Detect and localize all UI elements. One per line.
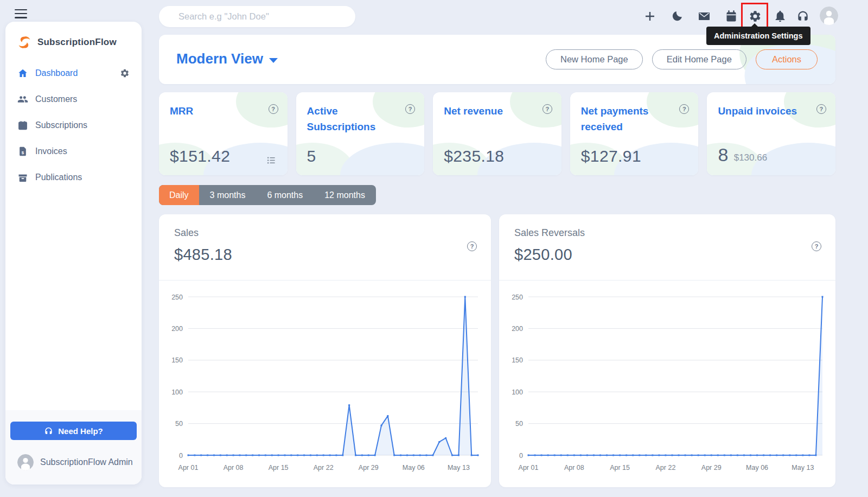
- svg-text:$: $: [22, 150, 24, 155]
- sidebar-item-dashboard[interactable]: Dashboard: [5, 60, 142, 86]
- metric-cards-row: MRR ? $151.42 Active Subscriptions ? 5 N…: [159, 92, 835, 175]
- chart-total: $250.00: [514, 246, 820, 264]
- metric-value: 8: [718, 144, 728, 165]
- metric-title: Net payments received: [581, 103, 667, 135]
- gear-icon[interactable]: [749, 10, 762, 23]
- help-question-icon[interactable]: ?: [467, 241, 477, 251]
- edit-home-page-button[interactable]: Edit Home Page: [652, 49, 746, 69]
- subscriptionflow-logo-icon: [17, 35, 31, 49]
- svg-text:150: 150: [512, 356, 523, 364]
- chart-title: Sales: [174, 227, 476, 239]
- sidebar: SubscriptionFlow Dashboard Customers Sub…: [5, 22, 142, 485]
- svg-text:50: 50: [175, 420, 183, 428]
- invoice-icon: $: [17, 146, 28, 157]
- tab-6-months[interactable]: 6 months: [256, 185, 314, 205]
- mail-icon[interactable]: [698, 10, 711, 23]
- sales-reversals-chart-card: Sales Reversals $250.00 ? 05010015020025…: [499, 214, 835, 487]
- svg-text:0: 0: [179, 452, 183, 460]
- metric-title: Net revenue: [444, 103, 529, 119]
- actions-button[interactable]: Actions: [756, 49, 818, 69]
- user-avatar[interactable]: [820, 7, 838, 25]
- dashboard-settings-icon[interactable]: [120, 68, 130, 78]
- svg-text:Apr 15: Apr 15: [269, 464, 289, 471]
- sidebar-item-publications[interactable]: Publications: [5, 164, 142, 190]
- moon-icon[interactable]: [671, 10, 684, 23]
- help-question-icon[interactable]: ?: [812, 241, 821, 251]
- sales-chart-card: Sales $485.18 ? 050100150200250Apr 01Apr…: [159, 214, 491, 487]
- sidebar-item-label: Subscriptions: [35, 120, 87, 130]
- headset-icon[interactable]: [796, 10, 809, 23]
- admin-avatar: [17, 454, 34, 470]
- metric-sub-value: $130.66: [734, 152, 767, 165]
- svg-text:150: 150: [171, 356, 183, 364]
- sidebar-item-invoices[interactable]: $ Invoices: [5, 138, 142, 164]
- chart-title: Sales Reversals: [514, 227, 820, 239]
- admin-profile[interactable]: SubscriptionFlow Admin: [17, 454, 137, 470]
- svg-text:200: 200: [171, 325, 183, 333]
- svg-text:Apr 08: Apr 08: [564, 464, 584, 471]
- search-input[interactable]: [159, 6, 355, 27]
- svg-text:0: 0: [519, 452, 523, 460]
- brand-name: SubscriptionFlow: [37, 37, 117, 48]
- chevron-down-icon: [269, 58, 278, 63]
- sales-line-chart: 050100150200250Apr 01Apr 08Apr 15Apr 22A…: [159, 283, 491, 485]
- view-selector[interactable]: Modern View: [176, 50, 278, 67]
- sidebar-item-label: Invoices: [35, 146, 67, 156]
- sidebar-item-label: Publications: [35, 173, 82, 182]
- sidebar-item-label: Customers: [35, 94, 77, 104]
- new-home-page-button[interactable]: New Home Page: [546, 49, 643, 69]
- headset-icon: [44, 426, 53, 436]
- chart-total: $485.18: [174, 246, 476, 264]
- hamburger-menu-icon[interactable]: [15, 7, 27, 21]
- help-question-icon[interactable]: ?: [542, 104, 552, 114]
- metric-card-active-subscriptions: Active Subscriptions ? 5: [296, 92, 425, 175]
- help-question-icon[interactable]: ?: [269, 104, 278, 114]
- metric-value: $127.91: [581, 147, 641, 165]
- help-question-icon[interactable]: ?: [816, 104, 826, 114]
- svg-text:200: 200: [512, 325, 523, 333]
- svg-text:100: 100: [171, 388, 183, 396]
- metric-title: Unpaid invoices: [718, 103, 803, 119]
- svg-text:Apr 15: Apr 15: [610, 464, 630, 471]
- svg-text:May 13: May 13: [448, 464, 470, 471]
- svg-text:Apr 08: Apr 08: [224, 464, 244, 471]
- svg-text:50: 50: [515, 420, 523, 428]
- calendar-check-icon: [17, 120, 28, 131]
- page-title: Modern View: [176, 50, 263, 67]
- svg-text:Apr 01: Apr 01: [519, 464, 539, 471]
- metric-value: 5: [307, 147, 316, 165]
- metric-value: $151.42: [170, 147, 230, 165]
- brand[interactable]: SubscriptionFlow: [5, 22, 142, 56]
- sidebar-item-subscriptions[interactable]: Subscriptions: [5, 112, 142, 138]
- sidebar-item-label: Dashboard: [35, 68, 78, 78]
- list-icon[interactable]: [266, 155, 277, 165]
- need-help-label: Need Help?: [58, 426, 103, 436]
- home-icon: [17, 68, 28, 79]
- svg-text:250: 250: [171, 294, 183, 301]
- tab-12-months[interactable]: 12 months: [314, 185, 376, 205]
- metric-card-unpaid-invoices: Unpaid invoices ? 8 $130.66: [707, 92, 835, 175]
- plus-icon[interactable]: [643, 10, 656, 23]
- calendar-icon[interactable]: [725, 10, 738, 23]
- archive-box-icon: [17, 172, 28, 183]
- metric-card-mrr: MRR ? $151.42: [159, 92, 288, 175]
- sales-reversals-line-chart: 050100150200250Apr 01Apr 08Apr 15Apr 22A…: [499, 283, 835, 485]
- svg-text:May 06: May 06: [746, 464, 768, 471]
- tab-3-months[interactable]: 3 months: [199, 185, 257, 205]
- need-help-button[interactable]: Need Help?: [10, 422, 137, 440]
- tab-daily[interactable]: Daily: [159, 185, 199, 205]
- svg-text:Apr 29: Apr 29: [701, 464, 722, 471]
- metric-value: $235.18: [444, 147, 504, 165]
- svg-text:May 13: May 13: [792, 464, 814, 471]
- metric-title: Active Subscriptions: [307, 103, 393, 135]
- metric-title: MRR: [170, 103, 256, 119]
- admin-name: SubscriptionFlow Admin: [40, 457, 133, 467]
- svg-text:100: 100: [512, 388, 523, 396]
- sidebar-item-customers[interactable]: Customers: [5, 86, 142, 112]
- admin-settings-tooltip: Administration Settings: [706, 27, 810, 45]
- svg-text:Apr 01: Apr 01: [178, 464, 199, 471]
- bell-icon[interactable]: [774, 10, 787, 23]
- metric-card-net-payments: Net payments received ? $127.91: [570, 92, 699, 175]
- svg-text:250: 250: [512, 294, 523, 301]
- svg-text:May 06: May 06: [403, 464, 425, 471]
